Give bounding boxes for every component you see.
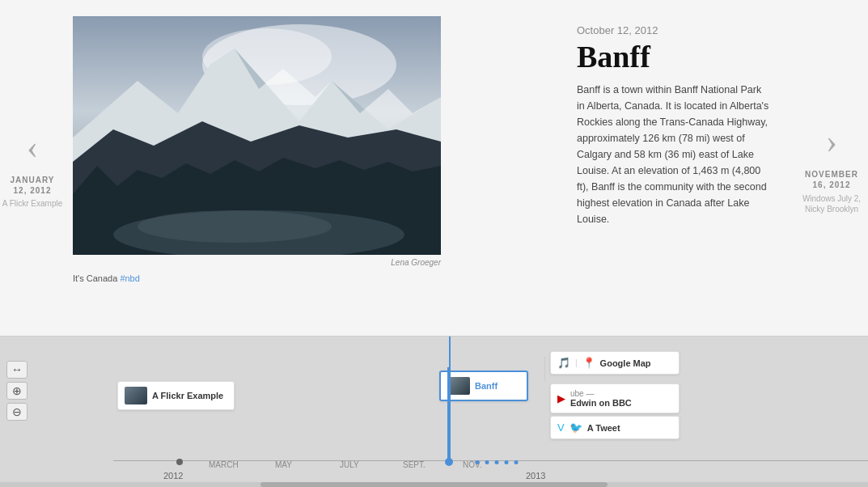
flickr-thumb xyxy=(125,387,147,404)
flickr-card[interactable]: A Flickr Example xyxy=(117,381,235,410)
month-may: MAY xyxy=(275,460,292,469)
youtube-icon: ▶ xyxy=(557,392,565,404)
dot-jan2012 xyxy=(176,459,183,465)
photo-container: Lena Groeger xyxy=(73,16,441,267)
twitter-icon: 🐦 xyxy=(569,421,582,434)
google-map-card[interactable]: 🎵 | 📍 Google Map xyxy=(550,351,680,375)
center-content: Lena Groeger It's Canada #nbd xyxy=(65,0,544,336)
next-date-label: NOVEMBER 16, 2012 xyxy=(802,169,861,190)
location-icon: 📍 xyxy=(582,357,595,369)
dot-2013-5 xyxy=(514,460,519,464)
timeline-area: ↔ ⊕ ⊖ 2012 2013 MARCH MAY JULY SEPT. NOV… xyxy=(0,336,868,487)
scrollbar-thumb[interactable] xyxy=(260,482,608,487)
timeline-scrollbar[interactable] xyxy=(0,482,868,487)
zoom-in-button[interactable]: ⊕ xyxy=(6,382,28,400)
youtube-text: ube — Edwin on BBC xyxy=(570,389,632,408)
youtube-label: Edwin on BBC xyxy=(570,398,632,408)
youtube-prefix: ube — xyxy=(570,389,632,398)
nbd-link[interactable]: #nbd xyxy=(120,273,139,283)
banff-card[interactable]: Banff xyxy=(439,371,528,401)
dot-2013-1 xyxy=(476,460,480,464)
photo-caption-bottom: It's Canada #nbd xyxy=(73,273,140,283)
pan-icon: ↔ xyxy=(11,363,23,376)
article-title: Banff xyxy=(577,41,771,72)
banff-card-label: Banff xyxy=(475,381,498,391)
current-time-line xyxy=(449,337,451,464)
tweet-label: A Tweet xyxy=(587,423,620,433)
zoom-out-icon: ⊖ xyxy=(12,405,22,419)
dot-2013-3 xyxy=(495,460,499,464)
banff-thumb xyxy=(447,377,470,395)
prev-arrow[interactable]: ‹ xyxy=(27,128,38,167)
zoom-out-button[interactable]: ⊖ xyxy=(6,403,28,421)
prev-sub-label: A Flickr Example xyxy=(0,199,65,208)
dot-2013-2 xyxy=(485,460,489,464)
month-march: MARCH xyxy=(209,460,239,469)
article-panel: October 12, 2012 Banff Banff is a town w… xyxy=(544,0,795,336)
next-arrow[interactable]: › xyxy=(826,122,837,161)
youtube-card[interactable]: ▶ ube — Edwin on BBC xyxy=(550,383,680,413)
map-icon: 🎵 xyxy=(557,357,570,369)
main-area: ‹ JANUARY 12, 2012 A Flickr Example xyxy=(0,0,868,336)
photo-credit: Lena Groeger xyxy=(73,258,441,267)
article-body: Banff is a town within Banff National Pa… xyxy=(577,82,771,227)
vimeo-icon: V xyxy=(557,421,565,434)
google-map-label: Google Map xyxy=(600,358,651,368)
svg-point-8 xyxy=(138,210,332,243)
year-2012-label: 2012 xyxy=(163,471,183,481)
article-date: October 12, 2012 xyxy=(577,24,771,36)
zoom-in-icon: ⊕ xyxy=(12,384,22,398)
month-july: JULY xyxy=(340,460,359,469)
separator-dot: | xyxy=(575,358,578,367)
next-sub-label: Windows July 2, Nicky Brooklyn xyxy=(802,193,861,214)
prev-date-label: JANUARY 12, 2012 xyxy=(0,175,65,196)
photo-image xyxy=(73,16,441,255)
cluster-separator xyxy=(544,357,545,381)
timeline-controls: ↔ ⊕ ⊖ xyxy=(6,361,28,421)
flickr-card-label: A Flickr Example xyxy=(152,391,223,400)
year-2013-label: 2013 xyxy=(526,471,545,481)
timeline-track: 2012 2013 MARCH MAY JULY SEPT. NOV. A Fl… xyxy=(113,337,868,487)
pan-button[interactable]: ↔ xyxy=(6,361,28,379)
tweet-card[interactable]: V 🐦 A Tweet xyxy=(550,416,680,439)
month-sept: SEPT. xyxy=(403,460,426,469)
dot-2013-4 xyxy=(505,460,509,464)
